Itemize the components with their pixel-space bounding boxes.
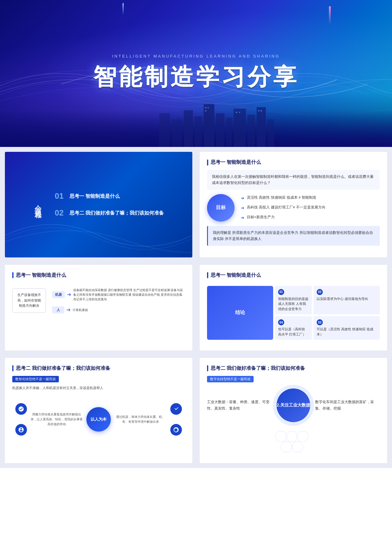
city-svg <box>0 92 392 147</box>
conc-01: 01 智能制造的目的是超成人无我有 人有我优的企业竞争力 <box>275 286 312 315</box>
svg-rect-15 <box>239 112 240 113</box>
conc-02: 02 以实际需求为中心 成功落地为导向 <box>314 286 380 315</box>
section1-conc-header: 思考一 智能制造是什么 <box>207 272 380 279</box>
icon-block-right-2 <box>170 424 182 436</box>
flow-arrow-2: ➜ <box>66 306 71 313</box>
icon-circle-3 <box>170 403 182 415</box>
section2-left-subtitle: 机器换人并不准确，人和机器没有对立关系，应该是机器帮人 <box>12 385 185 391</box>
section1-right-panel: 思考一 智能制造是什么 我相信很多人在第一次接触智能制造时都和我有一样的疑惑，智… <box>200 152 387 257</box>
section2-left-header: 思考二 我们做好准备了嘛；我们该如何准备 <box>12 365 185 372</box>
svg-rect-8 <box>267 119 274 147</box>
conc-num-03: 03 <box>317 319 323 325</box>
svg-rect-11 <box>205 107 206 108</box>
problem-layout: 生产设备绩效不高，如何在智能制造方向解决 机器 ➜ 设备能不能自动深采数据 进行… <box>12 283 185 318</box>
bigdata-center-circle: 2.关注工业大数据 <box>277 388 310 422</box>
conc-center: 结论 <box>207 286 273 340</box>
svg-rect-3 <box>216 113 224 147</box>
agenda-label: 会议流程 <box>33 200 43 209</box>
svg-rect-5 <box>234 109 246 147</box>
section2-right-panel: 思考二 我们做好准备了嘛；我们该如何准备 数字化转型绝不是一蹴而就 工业大数据：… <box>200 358 387 463</box>
conc-num-04: 04 <box>278 319 284 325</box>
arrow-2: ➜ <box>241 205 244 211</box>
section1-right-header: 思考一 智能制造是什么 <box>207 159 380 166</box>
section1-right-title: 思考一 智能制造是什么 <box>211 159 261 166</box>
svg-rect-16 <box>258 110 259 111</box>
target-circle: 目标 <box>207 194 235 222</box>
arrow-3: ➜ <box>241 215 244 221</box>
section1-left-panel: 思考一 智能制造是什么 生产设备绩效不高，如何在智能制造方向解决 机器 ➜ 设备… <box>5 265 192 350</box>
target-layout: 目标 ➜ 灵活性 高效性 快速响应 低成本 ≠ 智能制造 ➜ 高科技 高投入 建… <box>207 194 380 222</box>
section1-right-conclusion: 我的理解是 所谓新质生产力的本质应该是企业竞争力 所以智能制造或者说数智化转型必… <box>207 226 380 246</box>
flow-item-person: 人 ➜ 计算机基础 <box>52 306 185 313</box>
icon-circle-1 <box>15 403 27 415</box>
svg-rect-12 <box>208 107 209 108</box>
problem-box: 生产设备绩效不高，如何在智能制造方向解决 <box>12 288 46 313</box>
hero-decor-1 <box>329 6 331 24</box>
badge-tag-1: 数智化转型绝不是一蹴而就 <box>12 376 59 382</box>
badge-tag-2: 数字化转型绝不是一蹴而就 <box>207 376 254 382</box>
section2-left-panel: 思考二 我们做好准备了嘛；我们该如何准备 数智化转型绝不是一蹴而就 机器换人并不… <box>5 358 192 463</box>
svg-rect-4 <box>226 118 232 147</box>
conclusion-grid: 01 智能制造的目的是超成人无我有 人有我优的企业竞争力 结论 02 以实际需求… <box>207 283 380 343</box>
center-circle: 以人为本 <box>86 407 111 432</box>
svg-rect-14 <box>236 112 237 113</box>
section-bar-2 <box>12 272 13 278</box>
right-icons <box>170 403 182 436</box>
flow-branches: 机器 ➜ 设备能不能自动深采数据 进行健康状态管理 生产过程是不是可全程追溯 设… <box>52 288 185 313</box>
section2-right-header: 思考二 我们做好准备了嘛；我们该如何准备 <box>207 365 380 372</box>
machine-desc: 设备能不能自动深采数据 进行健康状态管理 生产过程是不是可全程追溯 设备与设备之… <box>73 288 185 302</box>
section1-left-header: 思考一 智能制造是什么 <box>12 272 185 279</box>
icon-block-right-1 <box>170 403 182 415</box>
section-bar-4 <box>12 365 13 371</box>
conc-04: 04 也可以是（高科技 高水平 灯塔工厂） <box>275 316 312 340</box>
person-desc: 计算机基础 <box>73 308 185 312</box>
conc-03: 03 可以是（灵活性 高效性 快速响应 低成本） <box>314 316 380 340</box>
city-silhouette <box>0 92 392 147</box>
svg-rect-0 <box>184 110 193 147</box>
person-label: 人 <box>52 306 64 313</box>
agenda-panel: 会议流程 01 思考一 智能制造是什么 02 思考二 我们做好准备了嘛；我们该如… <box>5 152 192 257</box>
svg-rect-1 <box>194 116 202 147</box>
humanist-layout: 用脑力劳动者从重复低效劳作解脱出来，让人更高效、轻松，变悦的从事更高价值的劳动 … <box>12 395 185 444</box>
hero-section: INTELLIGENT MANUFACTURING LEARNING AND S… <box>0 0 392 147</box>
hero-decor-2 <box>123 3 124 15</box>
section1-right-intro: 我相信很多人在第一次接触智能制造时都和我有一样的疑惑，智能制造到底是什么。或者说… <box>207 170 380 190</box>
bigdata-right-text: 数字化车间是工业大数据的富矿，采集、存储、挖掘 <box>315 399 380 411</box>
section-bar-5 <box>207 365 208 371</box>
right-desc-text: 通过机器，将体力劳动者从重、机、有、有害等环境中解放出来 <box>111 414 170 424</box>
bigdata-layout: 工业大数据：容量、种类、速度、可变性、真实性、复杂性 2.关注工业大数据 数字化… <box>207 385 380 425</box>
svg-rect-9 <box>172 119 182 147</box>
section1-conclusion-panel: 思考一 智能制造是什么 01 智能制造的目的是超成人无我有 人有我优的企业竞争力… <box>200 265 387 350</box>
section-bar-3 <box>207 272 208 278</box>
icon-block-left-1 <box>15 403 27 415</box>
svg-marker-22 <box>291 442 303 452</box>
left-icons <box>15 403 27 436</box>
arrow-1: ➜ <box>241 195 244 201</box>
svg-marker-18 <box>275 431 287 442</box>
svg-marker-21 <box>280 442 292 452</box>
flow-item-machine: 机器 ➜ 设备能不能自动深采数据 进行健康状态管理 生产过程是不是可全程追溯 设… <box>52 288 185 302</box>
svg-rect-10 <box>159 113 170 147</box>
conc-num-01: 01 <box>278 289 284 295</box>
hero-subtitle: INTELLIGENT MANUFACTURING LEARNING AND S… <box>112 54 280 58</box>
icon-circle-4 <box>170 424 182 436</box>
icon-block-left-2 <box>15 424 27 436</box>
target-items: ➜ 灵活性 高效性 快速响应 低成本 ≠ 智能制造 ➜ 高科技 高投入 建设灯塔… <box>241 195 380 221</box>
hex-decoration <box>207 425 380 456</box>
center-block: 以人为本 <box>86 407 111 432</box>
section1-left-title: 思考一 智能制造是什么 <box>16 272 66 279</box>
target-item-1: ➜ 灵活性 高效性 快速响应 低成本 ≠ 智能制造 <box>241 195 380 201</box>
conc-num-02: 02 <box>317 289 323 295</box>
svg-rect-13 <box>205 110 206 111</box>
section2-left-title: 思考二 我们做好准备了嘛；我们该如何准备 <box>16 365 110 372</box>
svg-marker-19 <box>286 431 298 442</box>
target-item-2: ➜ 高科技 高投入 建设灯塔工厂≠ 不一定是发展方向 <box>241 204 380 211</box>
svg-rect-6 <box>247 115 255 147</box>
left-desc-text: 用脑力劳动者从重复低效劳作解脱出来，让人更高效、轻松，变悦的从事更高价值的劳动 <box>27 412 86 427</box>
machine-label: 机器 <box>52 291 65 298</box>
svg-rect-7 <box>257 107 266 147</box>
section-bar <box>207 159 208 166</box>
section1-conc-title: 思考一 智能制造是什么 <box>211 272 261 279</box>
target-item-3: ➜ 目标=新质生产力 <box>241 214 380 221</box>
section2-right-title: 思考二 我们做好准备了嘛；我们该如何准备 <box>211 365 305 372</box>
